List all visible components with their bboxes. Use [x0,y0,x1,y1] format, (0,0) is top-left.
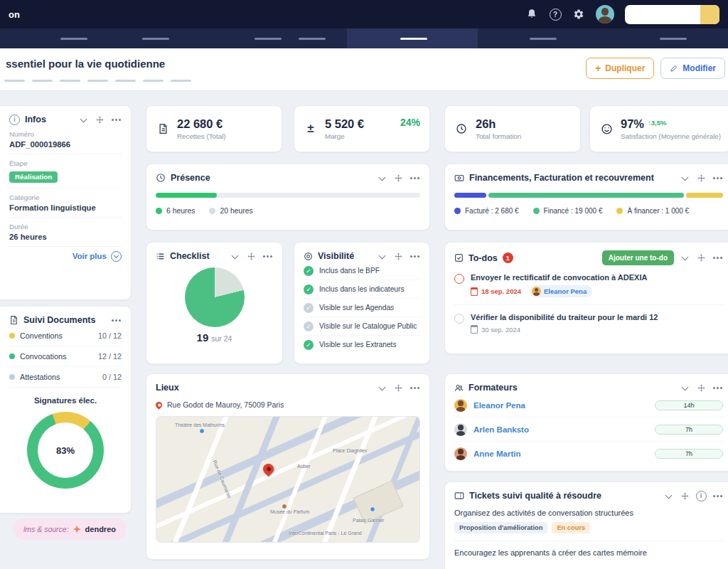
nav-tab-3[interactable] [255,38,282,40]
voir-plus-link[interactable]: Voir plus [9,251,122,262]
gear-icon[interactable] [572,8,585,21]
ellipsis-icon[interactable] [110,314,122,326]
assignee-avatar [532,287,541,296]
nav-tab-4[interactable] [299,38,326,40]
formateur-link[interactable]: Eleanor Pena [473,401,648,410]
field-etape: Étape Réalisation [9,154,122,188]
check-square-icon [454,253,464,262]
checklist-card: Checklist 19sur 24 [146,242,283,364]
formateur-avatar [454,447,467,460]
nav-tab-6[interactable] [530,38,557,40]
ellipsis-icon[interactable] [712,172,723,184]
presence-progress-bar [156,193,420,198]
move-icon[interactable] [679,490,690,501]
assignee-chip[interactable]: Eleanor Pena [530,285,592,297]
signatures-percent: 83% [27,412,104,489]
bell-icon[interactable] [525,8,538,21]
stat-satisfaction: 97%↑3,5% Satisfaction (Moyenne générale) [589,105,728,152]
financements-card: Financements, Facturation et recouvremen… [444,164,728,230]
ellipsis-icon[interactable] [409,172,420,184]
status-dot [9,333,15,339]
search-box [625,5,719,24]
move-icon[interactable] [392,382,404,393]
status-dot [9,374,15,380]
move-icon[interactable] [245,250,257,262]
ellipsis-icon[interactable] [712,382,723,393]
hours-pill: 14h [655,400,723,410]
move-icon[interactable] [695,172,707,184]
chevron-down-icon[interactable] [679,382,690,393]
plus-minus-icon: ± [304,122,318,136]
chevron-down-icon[interactable] [376,382,387,393]
move-icon[interactable] [695,382,707,393]
ellipsis-icon[interactable] [712,252,723,264]
nav-tab-2[interactable] [142,38,169,40]
map[interactable]: Théâtre des Mathurins Place Diaghilev Au… [156,416,420,543]
move-icon[interactable] [94,114,105,125]
field-numero: Numéro ADF_000019866 [9,125,122,154]
chevron-down-icon[interactable] [376,250,387,262]
chevron-down-icon[interactable] [679,252,690,264]
move-icon[interactable] [695,252,707,264]
ellipsis-icon[interactable] [409,250,420,262]
infos-card: i Infos Numéro ADF_000019866 Étape Réali… [0,105,132,300]
add-todo-button[interactable]: Ajouter une to-do [602,250,674,265]
visibility-item: ✓Visible sur les Agendas [304,299,420,317]
chevron-down-icon[interactable] [229,250,240,262]
signatures-label: Signatures élec. [9,396,122,405]
stat-recettes: 22 680 € Recettes (Total) [146,105,282,152]
move-icon[interactable] [392,250,404,262]
todo-checkbox[interactable] [454,314,464,324]
expand-circle-icon [111,251,122,262]
sub-tabs-placeholder [4,80,191,82]
map-label: Musée du Parfum [270,509,309,514]
nav-tab-7[interactable] [660,38,687,40]
ellipsis-icon[interactable] [712,490,723,501]
map-label: InterContinental Paris - Le Grand [289,531,362,536]
suivi-documents-card: Suivi Documents Conventions 10 / 12 Conv… [0,306,132,514]
checklist-pie-chart [185,267,245,327]
todo-checkbox[interactable] [454,274,464,284]
duplicate-button[interactable]: + Dupliquer [586,58,654,79]
chevron-down-icon[interactable] [679,172,690,184]
check-icon: ✓ [304,284,314,294]
formateur-link[interactable]: Arlen Banksto [473,425,648,434]
formateurs-card: Formateurs Eleanor Pena 14h Arlen Bankst… [444,373,728,472]
ellipsis-icon[interactable] [110,114,122,125]
brand-text: on [9,9,20,20]
chevron-down-icon[interactable] [663,490,674,501]
formateur-avatar [454,423,467,436]
map-label: Auber [297,464,311,469]
tickets-card: Tickets suivi qualité à résoudre i Organ… [444,482,728,569]
edit-button[interactable]: Modifier [660,58,725,79]
ellipsis-icon[interactable] [409,382,420,393]
stat-marge: ± 5 520 € Marge 24% [294,105,430,152]
topbar: on ? [0,0,728,28]
user-avatar[interactable] [596,5,614,23]
target-icon [304,252,313,261]
legend-dot-finance [533,208,540,214]
todo-count-badge: 1 [503,252,513,263]
legend-dot-done [156,208,162,214]
chevron-down-icon[interactable] [77,114,89,125]
ticket-text: Encouragez les apprenants à créer des ca… [454,548,723,557]
move-icon[interactable] [392,172,404,184]
visibility-item: ✓Inclus dans le BPF [304,262,420,280]
ticket-icon [454,491,464,500]
pencil-icon [670,64,678,73]
chevron-down-icon[interactable] [376,172,387,184]
map-label: Palais Garnier [353,518,384,523]
signatures-donut-chart: 83% [27,412,104,489]
search-submit-button[interactable] [700,5,719,24]
map-label: Théâtre des Mathurins [175,422,225,427]
ticket-type-badge: Proposition d'amélioration [454,522,547,533]
info-circle-icon[interactable]: i [695,490,707,501]
search-input[interactable] [625,5,700,24]
ellipsis-icon[interactable] [262,250,273,262]
nav-tab-active[interactable] [400,38,427,40]
formateur-link[interactable]: Anne Martin [473,450,648,458]
help-icon[interactable]: ? [549,8,562,21]
todo-item: Envoyer le rectificatif de convocation à… [454,273,723,297]
marge-percent: 24% [400,117,420,128]
nav-tab-1[interactable] [60,38,87,40]
